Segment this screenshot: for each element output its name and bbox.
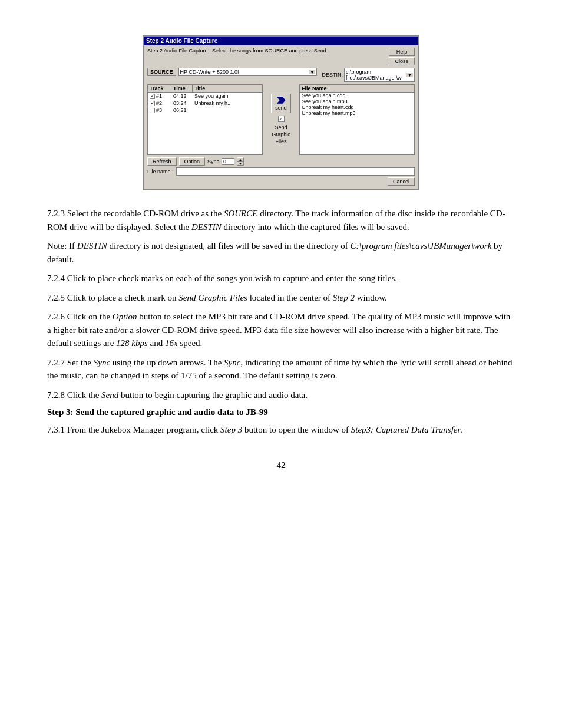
sync-value: 0 — [223, 159, 226, 164]
source-italic: SOURCE — [224, 209, 258, 218]
dialog-body: Step 2 Audio File Capture : Select the s… — [144, 45, 418, 189]
source-combo[interactable]: HP CD-Writer+ 8200 1.0f ▼ — [178, 68, 318, 76]
main-section: Track Time Title #1 04:12 See you again — [147, 84, 415, 155]
spinner-down[interactable]: ▼ — [237, 162, 244, 166]
file-name-input[interactable] — [176, 167, 415, 176]
option-italic: Option — [113, 312, 137, 321]
track1-checkbox-cell[interactable]: #1 — [148, 93, 171, 99]
para-7-2-4: 7.2.4 Click to place check marks on each… — [47, 272, 515, 285]
note-destin-italic: DESTIN — [77, 241, 107, 251]
track-row: #3 06:21 — [148, 107, 262, 114]
file-name-row: File name : — [147, 167, 415, 176]
step3-header: Step 3: Send the captured graphic and au… — [47, 407, 515, 417]
para-7-2-7: 7.2.7 Set the Sync using the up down arr… — [47, 356, 515, 383]
source-row: SOURCE HP CD-Writer+ 8200 1.0f ▼ — [147, 68, 317, 76]
destin-section: DESTIN: c:\program files\cavs\JBManager\… — [317, 68, 415, 82]
help-button[interactable]: Help — [389, 48, 415, 56]
track3-checkbox-cell[interactable]: #3 — [148, 107, 171, 113]
note-path-italic: C:\program files\cavs\JBManager\work — [350, 241, 491, 251]
cancel-btn-row: Cancel — [147, 177, 415, 186]
track-row: #1 04:12 See you again — [148, 93, 262, 100]
track2-checkbox-cell[interactable]: #2 — [148, 100, 171, 106]
middle-panel: send SendGraphicFiles — [265, 84, 297, 155]
source-label: SOURCE — [147, 68, 176, 76]
destin-italic: DESTIN — [191, 222, 222, 232]
option-button[interactable]: Option — [179, 157, 206, 166]
destin-combo-arrow[interactable]: ▼ — [406, 73, 413, 77]
sync-label: Sync — [207, 159, 219, 164]
send-label: send — [275, 105, 287, 111]
step3-btn-italic: Step 3 — [220, 425, 242, 434]
file-name-label: File name : — [147, 169, 174, 174]
speed-italic: 16x — [165, 338, 178, 348]
track1-title: See you again — [193, 93, 230, 99]
dialog-subtitle-text: Step 2 Audio File Capture : Select the s… — [147, 48, 385, 54]
para-7-2-6: 7.2.6 Click on the Option button to sele… — [47, 310, 515, 350]
step2-dialog: Step 2 Audio File Capture Step 2 Audio F… — [143, 35, 419, 190]
send-italic: Send — [101, 390, 118, 400]
track-panel: Track Time Title #1 04:12 See you again — [147, 84, 263, 155]
track2-checkbox[interactable] — [150, 101, 155, 106]
send-graphic-row — [278, 116, 285, 122]
dialog-subtitle-row: Step 2 Audio File Capture : Select the s… — [147, 48, 415, 65]
kbps-italic: 128 kbps — [116, 338, 148, 348]
track-header: Track Time Title — [148, 85, 262, 93]
file-row: See you again.cdg — [300, 93, 414, 98]
dialog-container: Step 2 Audio File Capture Step 2 Audio F… — [47, 35, 515, 190]
file-row: Unbreak my heart.mp3 — [300, 110, 414, 116]
send-graphic-italic: Send Graphic Files — [178, 293, 247, 302]
sync1-italic: Sync — [94, 358, 110, 367]
send-icon — [276, 96, 286, 104]
send-button[interactable]: send — [271, 94, 291, 113]
para-note: Note: If DESTIN directory is not designa… — [47, 239, 515, 266]
col-time: Time — [171, 85, 193, 92]
dialog-titlebar: Step 2 Audio File Capture — [144, 37, 418, 45]
sync2-italic: Sync — [224, 358, 240, 367]
file-row: See you again.mp3 — [300, 98, 414, 104]
track3-time: 06:21 — [171, 107, 193, 113]
track3-num: #3 — [156, 107, 162, 113]
source-value: HP CD-Writer+ 8200 1.0f — [180, 69, 239, 75]
sync-spinner[interactable]: ▲ ▼ — [237, 157, 244, 166]
track1-time: 04:12 — [171, 93, 193, 99]
source-combo-arrow[interactable]: ▼ — [309, 70, 316, 74]
para-7-2-8: 7.2.8 Click the Send button to begin cap… — [47, 388, 515, 402]
step2-italic: Step 2 — [333, 293, 355, 302]
para-7-2-3: 7.2.3 Select the recordable CD-ROM drive… — [47, 207, 515, 233]
para-7-2-5: 7.2.5 Click to place a check mark on Sen… — [47, 291, 515, 305]
sync-input[interactable]: 0 — [222, 158, 234, 165]
col-track: Track — [148, 85, 171, 92]
dialog-title: Step 2 Audio File Capture — [146, 38, 217, 44]
para-7-3-1: 7.3.1 From the Jukebox Manager program, … — [47, 423, 515, 437]
cancel-button[interactable]: Cancel — [388, 177, 415, 186]
send-graphic-checkbox[interactable] — [278, 116, 285, 122]
track3-checkbox[interactable] — [150, 108, 155, 113]
dialog-top-buttons: Help Close — [389, 48, 415, 65]
refresh-button[interactable]: Refresh — [147, 157, 177, 166]
spinner-up[interactable]: ▲ — [237, 157, 244, 162]
close-button[interactable]: Close — [389, 57, 415, 65]
bottom-controls: Refresh Option Sync 0 ▲ ▼ — [147, 157, 415, 166]
track2-time: 03:24 — [171, 100, 193, 106]
track2-num: #2 — [156, 100, 162, 106]
destin-value: c:\program files\cavs\JBManager\w — [346, 69, 406, 81]
svg-marker-0 — [276, 97, 286, 104]
file-panel: File Name See you again.cdg See you agai… — [299, 84, 415, 155]
col-title: Title — [193, 85, 207, 92]
send-graphic-label: SendGraphicFiles — [272, 124, 290, 145]
destin-label: DESTIN: — [322, 72, 343, 78]
step3-window-italic: Step3: Captured Data Transfer — [351, 425, 461, 434]
track1-num: #1 — [156, 93, 162, 99]
source-destin-row: SOURCE HP CD-Writer+ 8200 1.0f ▼ DESTIN:… — [147, 68, 415, 82]
destin-combo[interactable]: c:\program files\cavs\JBManager\w ▼ — [344, 68, 415, 82]
track1-checkbox[interactable] — [150, 94, 155, 99]
track-row: #2 03:24 Unbreak my h.. — [148, 100, 262, 107]
body-paragraphs: 7.2.3 Select the recordable CD-ROM drive… — [47, 207, 515, 401]
track2-title: Unbreak my h.. — [193, 100, 232, 106]
file-header: File Name — [300, 85, 414, 93]
para-7-3-1-container: 7.3.1 From the Jukebox Manager program, … — [47, 423, 515, 437]
file-row: Unbreak my heart.cdg — [300, 104, 414, 110]
page-number: 42 — [47, 460, 515, 470]
